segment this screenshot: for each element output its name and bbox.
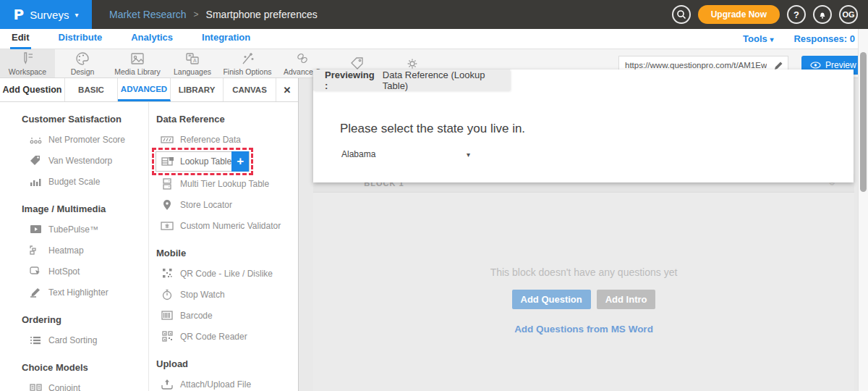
breadcrumb-folder[interactable]: Market Research xyxy=(109,9,187,20)
qtype-heatmap[interactable]: Heatmap xyxy=(0,240,148,261)
tools-menu[interactable]: Tools ▾ xyxy=(743,33,773,44)
qtype-barcode[interactable]: Barcode xyxy=(149,305,298,326)
tab-library[interactable]: LIBRARY xyxy=(171,78,224,101)
qr-reader-icon xyxy=(161,331,174,342)
numeric-validator-icon xyxy=(161,222,174,230)
hotspot-cursor-icon xyxy=(29,266,42,277)
pencil-icon xyxy=(774,61,783,70)
top-bar: P Surveys ▾ Market Research > Smartphone… xyxy=(0,0,868,29)
qtype-card-sorting[interactable]: Card Sorting xyxy=(0,329,148,350)
section-title: Choice Models xyxy=(22,362,148,373)
eye-icon xyxy=(810,62,821,69)
toolbar-item-languages[interactable]: A Languages xyxy=(165,49,220,77)
toolbar-item-media-library[interactable]: Media Library xyxy=(110,49,165,77)
tab-distribute[interactable]: Distribute xyxy=(57,29,104,49)
dropdown-selected-value: Alabama xyxy=(341,149,375,159)
section-title: Image / Multimedia xyxy=(22,203,148,214)
card-sorting-icon xyxy=(29,335,42,345)
qtype-store-locator[interactable]: Store Locator xyxy=(149,194,298,215)
section-title: Upload xyxy=(156,358,298,369)
search-button[interactable] xyxy=(672,5,691,24)
toolbar-item-finish-options[interactable]: Finish Options xyxy=(220,49,275,77)
preview-question-text: Please select the state you live in. xyxy=(340,122,854,136)
qtype-qr-code-like-dislike[interactable]: QR Code - Like / Dislike xyxy=(149,263,298,284)
toolbar-item-workspace[interactable]: Workspace xyxy=(0,49,55,77)
lookup-table-icon xyxy=(161,156,174,167)
breadcrumb: Market Research > Smartphone preferences xyxy=(109,9,318,20)
finish-options-icon xyxy=(239,51,255,66)
panel-title: Add Question xyxy=(0,78,65,101)
qtype-qr-code-reader[interactable]: QR Code Reader xyxy=(149,326,298,347)
tab-edit[interactable]: Edit xyxy=(10,29,31,49)
section-title: Mobile xyxy=(156,248,298,258)
upload-icon xyxy=(161,379,174,390)
empty-block-message: This block doesn't have any questions ye… xyxy=(490,266,678,278)
qtype-net-promoter-score[interactable]: Net Promoter Score xyxy=(0,129,148,150)
tab-basic[interactable]: BASIC xyxy=(65,78,118,101)
heatmap-icon xyxy=(29,245,42,256)
qtype-lookup-table[interactable]: Lookup Table + xyxy=(156,151,250,172)
barcode-icon xyxy=(161,311,174,320)
surveys-product-menu[interactable]: P Surveys ▾ xyxy=(0,0,92,29)
reference-data-icon xyxy=(161,135,174,144)
survey-url-input[interactable] xyxy=(619,61,770,70)
help-button[interactable]: ? xyxy=(787,5,806,24)
search-icon xyxy=(676,9,686,20)
toolbar-item-design[interactable]: Design xyxy=(55,49,110,77)
edit-url-button[interactable] xyxy=(770,61,788,70)
responses-count[interactable]: Responses: 0 xyxy=(793,33,855,44)
qtype-stop-watch[interactable]: Stop Watch xyxy=(149,284,298,305)
highlighter-icon xyxy=(29,287,42,298)
scrollbar-thumb[interactable] xyxy=(860,52,867,192)
product-name: Surveys xyxy=(30,9,69,21)
add-questions-ms-word-link[interactable]: Add Questions from MS Word xyxy=(514,324,653,335)
advance-question-icon xyxy=(294,51,310,66)
survey-nav: Edit Distribute Analytics Integration To… xyxy=(0,29,868,49)
tab-analytics[interactable]: Analytics xyxy=(129,29,174,49)
qtype-tubepulse[interactable]: TubePulse™ xyxy=(0,219,148,240)
tab-integration[interactable]: Integration xyxy=(200,29,252,49)
questionpro-app: P Surveys ▾ Market Research > Smartphone… xyxy=(0,0,868,391)
qtype-multi-tier-lookup-table[interactable]: Multi Tier Lookup Table xyxy=(149,173,298,194)
add-question-button[interactable]: Add Question xyxy=(512,290,591,309)
qtype-custom-numeric-validator[interactable]: Custom Numeric Validator xyxy=(149,215,298,236)
lookup-table-highlight: Lookup Table + xyxy=(152,148,253,175)
bar-chart-icon xyxy=(29,177,42,187)
section-title: Customer Satisfaction xyxy=(22,114,148,125)
gear-icon xyxy=(404,56,420,71)
svg-text:A: A xyxy=(193,58,197,63)
questionpro-logo-icon: P xyxy=(14,6,25,23)
multi-tier-icon xyxy=(161,178,174,190)
workspace-icon xyxy=(20,51,35,66)
price-tag-icon xyxy=(29,155,42,166)
upgrade-now-button[interactable]: Upgrade Now xyxy=(698,5,780,24)
chevron-down-icon: ▾ xyxy=(770,35,773,43)
qtype-van-westendorp[interactable]: Van Westendorp xyxy=(0,150,148,171)
qr-code-icon xyxy=(161,268,174,279)
design-icon xyxy=(75,51,90,66)
add-lookup-table-button[interactable]: + xyxy=(231,151,249,172)
close-panel-button[interactable]: ✕ xyxy=(276,78,298,101)
topbar-actions: Upgrade Now ? OG xyxy=(672,5,868,24)
tab-canvas[interactable]: CANVAS xyxy=(224,78,276,101)
chevron-down-icon: ▾ xyxy=(75,11,78,19)
bell-icon xyxy=(817,9,827,20)
qtype-budget-scale[interactable]: Budget Scale xyxy=(0,171,148,192)
qtype-hotspot[interactable]: HotSpot xyxy=(0,261,148,282)
preview-tooltip: Previewing : Data Reference (Lookup Tabl… xyxy=(313,70,510,91)
nav-tabs: Edit Distribute Analytics Integration xyxy=(0,29,252,49)
qtype-text-highlighter[interactable]: Text Highlighter xyxy=(0,282,148,303)
qtype-conjoint[interactable]: Conjoint xyxy=(0,377,148,391)
conjoint-icon xyxy=(29,383,42,391)
add-question-tabs: Add Question BASIC ADVANCED LIBRARY CANV… xyxy=(0,78,298,102)
notifications-button[interactable] xyxy=(813,5,832,24)
breadcrumb-survey-name: Smartphone preferences xyxy=(206,9,318,20)
add-intro-button[interactable]: Add Intro xyxy=(597,290,656,309)
qtype-attach-upload-file[interactable]: Attach/Upload File xyxy=(149,374,298,391)
tab-advanced[interactable]: ADVANCED xyxy=(118,78,171,101)
preview-tooltip-value: Data Reference (Lookup Table) xyxy=(383,70,510,91)
question-types-column-2: Data Reference Reference Data Lookup Tab… xyxy=(149,102,298,391)
preview-state-dropdown[interactable]: Alabama ▾ xyxy=(341,149,470,159)
avatar[interactable]: OG xyxy=(839,5,858,24)
qtype-reference-data[interactable]: Reference Data xyxy=(149,129,298,150)
